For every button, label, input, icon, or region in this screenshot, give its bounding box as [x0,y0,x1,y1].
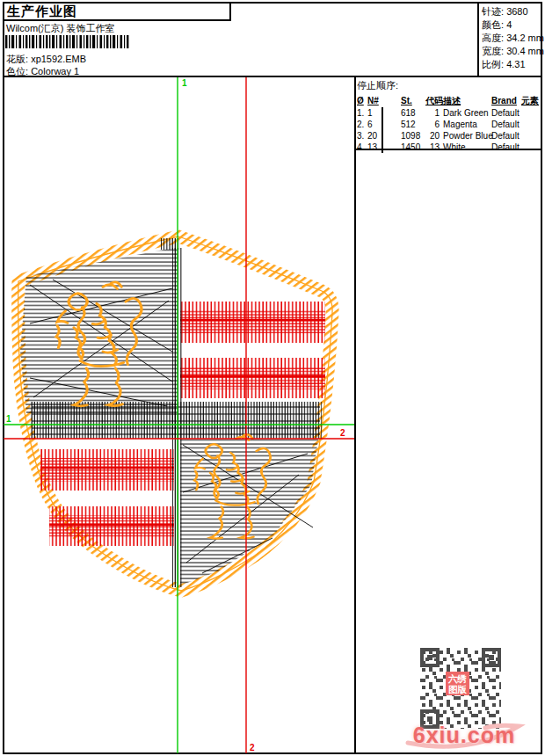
qr-watermark-stamp: 六绣 图版 [446,672,469,695]
stripe-band-bottom-left-1 [40,449,174,491]
svg-text:图版: 图版 [448,684,468,694]
design-canvas: 1 1 2 2 六绣 图版 [0,0,545,756]
guide-label-h1: 1 [6,414,11,424]
stripe-band-bottom-left-2 [49,506,174,546]
qr-code: 六绣 图版 [420,648,501,729]
guide-label-h2: 2 [340,428,345,438]
stripe-band-top-right-2 [180,358,325,398]
site-watermark: 6xiu.com [403,723,526,748]
production-worksheet-page: 生产作业图 Wilcom(汇京) 装饰工作室 花版: xp1592.EMB 色位… [0,0,545,756]
stripe-band-top-right-1 [180,302,325,343]
guide-label-v2: 2 [250,743,255,752]
svg-text:六绣: 六绣 [447,673,468,684]
guide-label-v1: 1 [182,78,187,88]
